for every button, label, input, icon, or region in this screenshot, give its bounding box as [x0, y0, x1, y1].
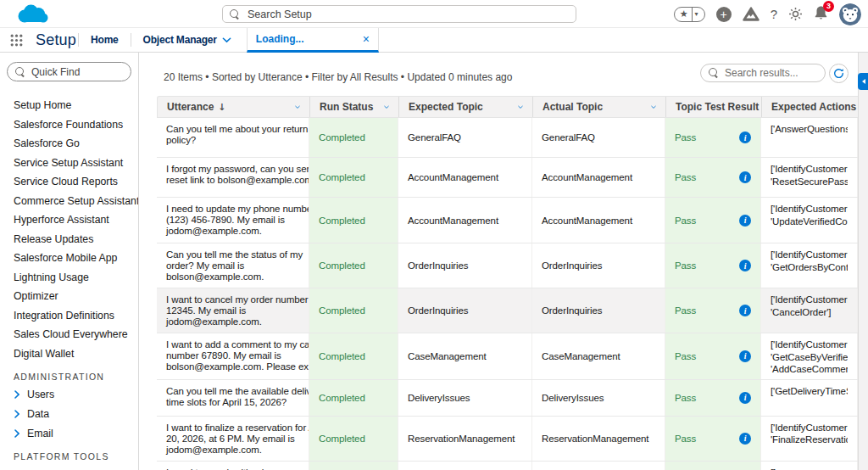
global-search-input[interactable]	[248, 8, 569, 20]
utterance-text: 12345. My email is	[166, 305, 299, 316]
divider	[78, 33, 79, 47]
utterance-text: time slots for April 15, 2026?	[166, 397, 299, 408]
trailhead-icon[interactable]	[743, 7, 760, 21]
results-search[interactable]	[700, 64, 826, 82]
topic-test-result-cell: Passi	[665, 243, 761, 288]
sidebar-item-salesforce-foundations[interactable]: Salesforce Foundations	[0, 115, 138, 135]
help-icon[interactable]: ?	[771, 7, 777, 21]
info-icon[interactable]: i	[739, 171, 751, 183]
table-row[interactable]: I want to finalize a reservation for Apr…	[157, 417, 858, 462]
chevron-down-icon	[222, 37, 231, 43]
star-icon[interactable]: ★	[675, 9, 688, 19]
column-header-topic-test-result[interactable]: Topic Test Result	[666, 97, 762, 117]
table-row[interactable]: I want to add a comment to my casenumber…	[157, 333, 858, 380]
settings-gear-icon[interactable]	[788, 7, 803, 21]
sidebar-item-commerce-setup-assistant[interactable]: Commerce Setup Assistant	[0, 192, 138, 211]
actual-topic-cell: CaseManagement	[532, 333, 665, 379]
refresh-button[interactable]	[829, 64, 849, 83]
table-row[interactable]: Can you tell me the available deliveryti…	[157, 380, 858, 417]
chevron-down-icon[interactable]	[379, 104, 389, 110]
utterance-text: jodom@example.com.	[166, 445, 299, 456]
info-icon[interactable]: i	[739, 305, 751, 316]
favorites-button[interactable]: ★ ▾	[674, 7, 705, 22]
expected-actions-text: ['IdentifyCustomerByEma	[771, 163, 848, 176]
global-actions-button[interactable]: +	[716, 7, 732, 22]
utterance-cell: I want to add a comment to my casenumber…	[157, 333, 309, 379]
user-avatar[interactable]	[839, 3, 861, 25]
expected-actions-text: ['IdentifyCustomerByEma	[771, 249, 848, 261]
utterance-text: Can you tell me the status of my	[166, 249, 299, 260]
search-icon	[709, 68, 719, 78]
chevron-down-icon[interactable]	[290, 104, 300, 110]
tab-home[interactable]: Home	[81, 34, 129, 46]
sidebar-item-hyperforce-assistant[interactable]: Hyperforce Assistant	[0, 210, 138, 230]
utterance-text: jodom@example.com.	[166, 316, 299, 327]
sidebar-item-salesforce-go[interactable]: Salesforce Go	[0, 134, 138, 154]
tab-loading[interactable]: Loading... ×	[247, 28, 379, 53]
run-status-cell-text: Completed	[319, 215, 365, 226]
table-row[interactable]: I forgot my password, can you send arese…	[157, 158, 858, 198]
expected-actions-text: 'ResetSecurePassword']	[771, 176, 848, 188]
column-header-actual-topic[interactable]: Actual Topic	[533, 97, 666, 117]
app-launcher-icon[interactable]	[10, 34, 23, 47]
right-panel-expand-button[interactable]	[858, 73, 868, 90]
expected-topic-cell-text: OrderInquiries	[408, 260, 468, 271]
table-row[interactable]: I need to update my phone number to(123)…	[157, 198, 858, 243]
column-header-expected-topic[interactable]: Expected Topic	[399, 97, 533, 117]
notifications-button[interactable]: 3	[814, 5, 828, 24]
run-status-cell: Completed	[309, 288, 398, 333]
actual-topic-cell-text: CaseManagement	[542, 351, 620, 361]
info-icon[interactable]: i	[739, 392, 751, 404]
expected-actions-text: ['IdentifyCustomerByEma	[771, 422, 848, 434]
sidebar-item-email[interactable]: Email	[0, 423, 138, 443]
sidebar-item-lightning-usage[interactable]: Lightning Usage	[0, 268, 138, 288]
expected-actions-text: ['IdentifyCustomerByEma	[771, 339, 848, 351]
actual-topic-cell: GeneralFAQ	[532, 118, 665, 157]
close-tab-icon[interactable]: ×	[363, 32, 370, 46]
info-icon[interactable]: i	[739, 215, 751, 227]
column-header-expected-actions[interactable]: Expected Actions	[762, 97, 858, 117]
setup-nav-bar: Setup Home Object Manager Loading... ×	[0, 28, 868, 53]
table-row[interactable]: I want to cancel my order number12345. M…	[157, 288, 858, 333]
sidebar-item-service-setup-assistant[interactable]: Service Setup Assistant	[0, 154, 138, 173]
sidebar-item-label: Users	[27, 389, 54, 400]
topic-test-result-cell: Passi	[665, 288, 761, 333]
utterance-text: (123) 456-7890. My email is	[166, 215, 299, 226]
table-row[interactable]: Can you tell me about your returnpolicy?…	[157, 118, 858, 158]
chevron-down-icon[interactable]	[646, 104, 656, 110]
utterance-text: bolson@example.com.	[166, 271, 299, 283]
column-header-utterance[interactable]: Utterance↓	[158, 97, 310, 117]
info-icon[interactable]: i	[739, 433, 751, 445]
sidebar-item-digital-wallet[interactable]: Digital Wallet	[0, 344, 138, 364]
global-search[interactable]	[222, 5, 576, 23]
sidebar-item-salesforce-mobile-app[interactable]: Salesforce Mobile App	[0, 249, 138, 268]
sidebar-item-sales-cloud-everywhere[interactable]: Sales Cloud Everywhere	[0, 325, 138, 344]
quick-find[interactable]	[7, 62, 131, 81]
info-icon[interactable]: i	[739, 131, 751, 143]
expected-actions-cell: ['IdentifyCustomerByEma'CancelOrder']	[761, 288, 858, 333]
table-row[interactable]: I need to speak with a human agentabout …	[157, 462, 858, 470]
table-row[interactable]: Can you tell me the status of myorder? M…	[157, 243, 858, 288]
sidebar-item-optimizer[interactable]: Optimizer	[0, 287, 138, 306]
info-icon[interactable]: i	[739, 260, 751, 271]
topic-test-result-cell-text: Pass	[675, 172, 696, 182]
results-search-input[interactable]	[725, 67, 817, 79]
salesforce-setup-window: ★ ▾ + ? 3	[0, 0, 868, 470]
sidebar-item-setup-home[interactable]: Setup Home	[0, 96, 138, 115]
info-icon[interactable]: i	[739, 350, 751, 362]
tab-object-manager[interactable]: Object Manager	[133, 34, 242, 46]
sidebar-item-data[interactable]: Data	[0, 404, 138, 423]
sidebar-item-integration-definitions[interactable]: Integration Definitions	[0, 306, 138, 326]
sidebar-item-release-updates[interactable]: Release Updates	[0, 230, 138, 249]
caret-down-icon[interactable]: ▾	[693, 10, 698, 18]
sidebar-item-users[interactable]: Users	[0, 384, 138, 404]
column-header-run-status[interactable]: Run Status	[310, 97, 399, 117]
actual-topic-cell-text: ReservationManagement	[542, 434, 648, 444]
sidebar-item-service-cloud-reports[interactable]: Service Cloud Reports	[0, 172, 138, 192]
chevron-down-icon[interactable]	[513, 104, 523, 110]
quick-find-input[interactable]	[31, 66, 123, 78]
expected-actions-text: 'GetOrdersByContact']	[771, 261, 848, 274]
topic-test-result-cell: Passi	[665, 462, 761, 470]
table-body: Can you tell me about your returnpolicy?…	[157, 118, 858, 470]
utterance-text: number 67890. My email is	[166, 350, 299, 361]
